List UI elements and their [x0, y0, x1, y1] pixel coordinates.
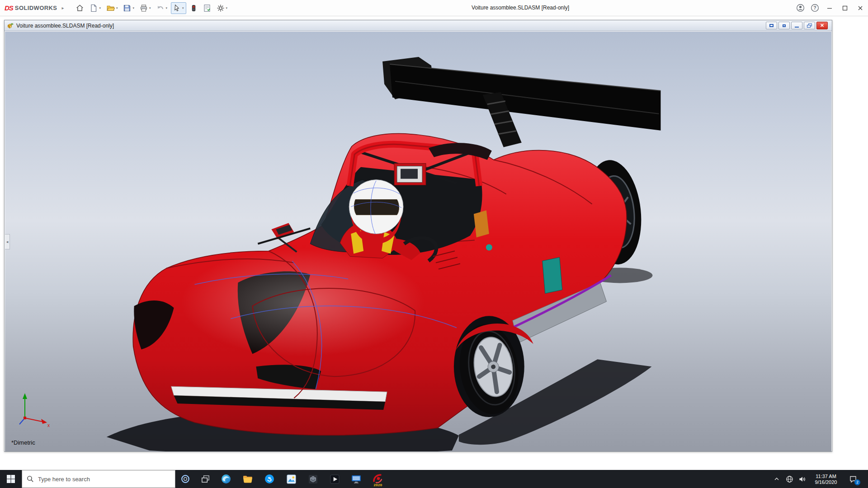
triad-y-arrow	[23, 393, 27, 399]
app-window-title: Voiture assomblee.SLDASM [Read-only]	[450, 5, 590, 11]
menu-expand-arrow-icon[interactable]: ▸	[61, 5, 64, 10]
network-icon	[786, 475, 793, 483]
volume-button[interactable]	[796, 470, 808, 488]
hood-highlight	[181, 248, 425, 357]
race-car-model[interactable]	[5, 32, 831, 451]
doc-minimize-icon	[795, 27, 799, 28]
assembly-document-icon	[7, 22, 14, 29]
home-icon	[75, 4, 84, 12]
skype-icon	[264, 474, 275, 484]
file-properties-icon	[203, 4, 211, 12]
tray-chevron-icon	[774, 476, 779, 482]
doc-minimize-button[interactable]	[791, 22, 802, 29]
document-title: Voiture assomblee.SLDASM [Read-only]	[16, 23, 114, 29]
solidworks-logo: DS SOLIDWORKS	[0, 4, 57, 12]
media-app-button[interactable]	[324, 470, 345, 488]
media-app-icon	[330, 474, 340, 484]
home-button[interactable]	[74, 2, 86, 14]
rebuild-icon	[190, 4, 198, 12]
hoop-mirror-box	[394, 164, 426, 185]
rear-wing	[382, 57, 660, 147]
graphics-viewport[interactable]: x *Dimetric ◂	[5, 32, 831, 451]
viewport-single-button[interactable]	[778, 22, 790, 29]
taskbar-search[interactable]	[22, 470, 175, 488]
brand-name: SOLIDWORKS	[15, 5, 57, 11]
tray-expand-button[interactable]	[771, 470, 783, 488]
skype-button[interactable]	[259, 470, 280, 488]
account-icon	[796, 4, 805, 12]
task-view-icon	[201, 474, 210, 484]
edge-button[interactable]	[215, 470, 237, 488]
save-icon	[123, 4, 131, 12]
action-center-button[interactable]: 2	[844, 470, 862, 488]
taskbar-clock[interactable]: 11:37 AM 9/16/2020	[809, 473, 843, 485]
start-icon	[7, 475, 15, 483]
doc-restore-button[interactable]	[804, 22, 815, 29]
viewport-single-icon	[783, 24, 786, 27]
doc-restore-icon	[807, 23, 812, 28]
maximize-button[interactable]	[837, 0, 853, 16]
clock-date: 9/16/2020	[809, 479, 843, 485]
search-icon	[27, 475, 34, 483]
solidworks-button[interactable]: 2020	[367, 470, 389, 488]
task-view-button[interactable]	[195, 470, 215, 488]
helmet-visor	[354, 200, 399, 215]
quick-access-toolbar: ▾ ▾ ▾ ▾ ▾ ▾	[74, 2, 229, 14]
undo-icon	[156, 4, 165, 12]
system-tray: 11:37 AM 9/16/2020 2	[771, 470, 868, 488]
view-orientation-label: *Dimetric	[11, 439, 35, 446]
search-input[interactable]	[38, 476, 170, 483]
doc-close-button[interactable]: ✕	[816, 22, 828, 29]
new-document-icon	[90, 4, 98, 12]
display-app-button[interactable]	[345, 470, 367, 488]
open-button[interactable]: ▾	[104, 2, 120, 14]
app-titlebar[interactable]: DS SOLIDWORKS ▸ ▾ ▾ ▾ ▾	[0, 0, 868, 16]
start-button[interactable]	[0, 470, 22, 488]
print-button[interactable]: ▾	[138, 2, 153, 14]
save-button[interactable]: ▾	[121, 2, 136, 14]
options-caret-icon: ▾	[226, 6, 228, 9]
minimize-button[interactable]	[822, 0, 837, 16]
file-properties-button[interactable]	[201, 2, 213, 14]
viewport-split-button[interactable]	[766, 22, 777, 29]
cortana-button[interactable]	[175, 470, 195, 488]
cube-app-icon	[308, 474, 318, 484]
save-caret-icon: ▾	[132, 6, 134, 9]
file-explorer-button[interactable]	[237, 470, 259, 488]
options-button[interactable]: ▾	[215, 2, 230, 14]
reference-triad[interactable]: x	[17, 390, 52, 428]
titlebar-right-controls: ?	[793, 0, 868, 16]
volume-icon	[798, 475, 806, 483]
display-app-icon	[351, 474, 362, 484]
taskbar: 2020 11:37 AM 9/16/2020	[0, 470, 868, 488]
ds-logo-monogram: DS	[5, 4, 13, 12]
options-gear-icon	[217, 4, 225, 12]
select-caret-icon: ▾	[182, 6, 184, 9]
file-explorer-icon	[242, 474, 253, 484]
clock-time: 11:37 AM	[809, 474, 843, 479]
select-tool-button[interactable]: ▾	[171, 2, 186, 14]
screen: DS SOLIDWORKS ▸ ▾ ▾ ▾ ▾	[0, 0, 868, 488]
document-titlebar[interactable]: Voiture assomblee.SLDASM [Read-only] ✕	[5, 20, 832, 31]
undo-button[interactable]: ▾	[155, 2, 170, 14]
edge-icon	[221, 474, 231, 484]
cube-app-button[interactable]	[302, 470, 324, 488]
photos-button[interactable]	[280, 470, 302, 488]
help-button[interactable]: ?	[807, 0, 822, 16]
close-button[interactable]	[853, 0, 868, 16]
doc-close-icon: ✕	[820, 23, 824, 28]
undo-caret-icon: ▾	[166, 6, 168, 9]
print-caret-icon: ▾	[149, 6, 151, 9]
panel-collapse-tab[interactable]: ◂	[5, 234, 10, 249]
new-document-button[interactable]: ▾	[88, 2, 103, 14]
viewport-split-icon	[769, 24, 774, 27]
document-window: Voiture assomblee.SLDASM [Read-only] ✕	[4, 20, 832, 452]
close-icon	[857, 5, 863, 11]
triad-x-label: x	[47, 423, 50, 428]
rebuild-button[interactable]	[188, 2, 199, 14]
open-icon	[106, 4, 115, 12]
notification-badge: 2	[854, 479, 860, 485]
account-button[interactable]	[793, 0, 807, 16]
new-document-caret-icon: ▾	[99, 6, 101, 9]
network-button[interactable]	[783, 470, 795, 488]
